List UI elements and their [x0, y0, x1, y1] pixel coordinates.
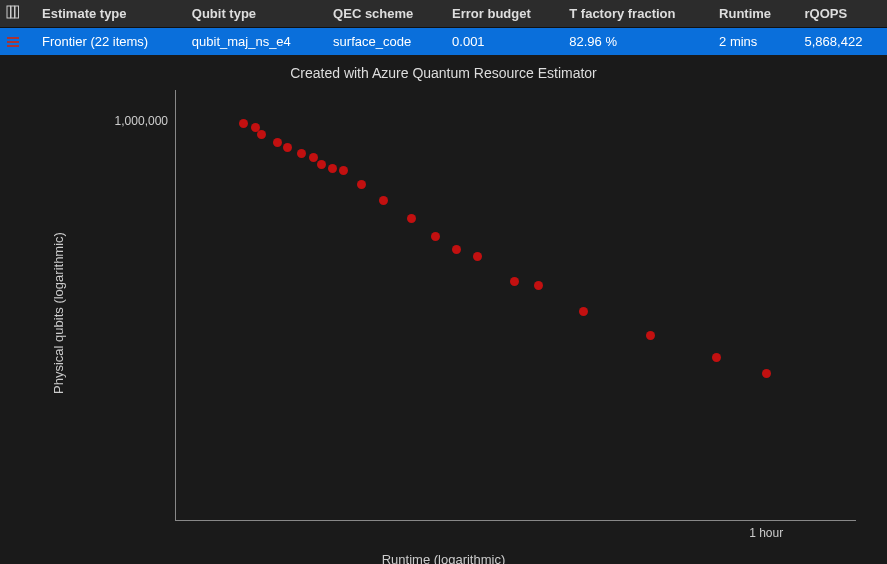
data-point[interactable] [379, 196, 388, 205]
col-error-budget[interactable]: Error budget [442, 0, 559, 28]
data-point[interactable] [309, 153, 318, 162]
cell-error-budget: 0.001 [442, 28, 559, 56]
chart-title: Created with Azure Quantum Resource Esti… [0, 65, 887, 81]
data-point[interactable] [339, 166, 348, 175]
col-t-factory-fraction[interactable]: T factory fraction [559, 0, 709, 28]
data-point[interactable] [297, 149, 306, 158]
svg-rect-1 [11, 6, 15, 18]
x-tick-label: 1 hour [749, 526, 783, 540]
data-point[interactable] [407, 214, 416, 223]
data-point[interactable] [534, 281, 543, 290]
data-point[interactable] [283, 143, 292, 152]
data-point[interactable] [712, 353, 721, 362]
cell-qec-scheme: surface_code [323, 28, 442, 56]
svg-rect-0 [7, 6, 11, 18]
data-point[interactable] [328, 164, 337, 173]
hamburger-icon [6, 36, 26, 48]
chart-container: Created with Azure Quantum Resource Esti… [0, 55, 887, 564]
x-axis-label: Runtime (logarithmic) [0, 552, 887, 564]
cell-t-factory-fraction: 82.96 % [559, 28, 709, 56]
row-menu-cell[interactable] [0, 28, 32, 56]
col-rqops[interactable]: rQOPS [795, 0, 887, 28]
col-qec-scheme[interactable]: QEC scheme [323, 0, 442, 28]
data-point[interactable] [257, 130, 266, 139]
cell-rqops: 5,868,422 [795, 28, 887, 56]
cell-estimate-type: Frontier (22 items) [32, 28, 182, 56]
y-axis-label: Physical qubits (logarithmic) [51, 232, 66, 394]
data-point[interactable] [317, 160, 326, 169]
data-point[interactable] [273, 138, 282, 147]
plot-area[interactable]: 1,000,0001 hour [175, 90, 856, 521]
col-runtime[interactable]: Runtime [709, 0, 794, 28]
col-qubit-type[interactable]: Qubit type [182, 0, 323, 28]
data-point[interactable] [452, 245, 461, 254]
results-table: Estimate type Qubit type QEC scheme Erro… [0, 0, 887, 55]
y-tick-label: 1,000,000 [115, 114, 168, 128]
svg-rect-2 [15, 6, 19, 18]
data-point[interactable] [646, 331, 655, 340]
data-point[interactable] [510, 277, 519, 286]
data-point[interactable] [473, 252, 482, 261]
col-estimate-type[interactable]: Estimate type [32, 0, 182, 28]
cell-runtime: 2 mins [709, 28, 794, 56]
data-point[interactable] [579, 307, 588, 316]
data-point[interactable] [762, 369, 771, 378]
columns-icon [6, 5, 20, 19]
data-point[interactable] [239, 119, 248, 128]
data-point[interactable] [431, 232, 440, 241]
cell-qubit-type: qubit_maj_ns_e4 [182, 28, 323, 56]
table-row[interactable]: Frontier (22 items) qubit_maj_ns_e4 surf… [0, 28, 887, 56]
layout-icon-header[interactable] [0, 0, 32, 28]
data-point[interactable] [357, 180, 366, 189]
table-header-row: Estimate type Qubit type QEC scheme Erro… [0, 0, 887, 28]
